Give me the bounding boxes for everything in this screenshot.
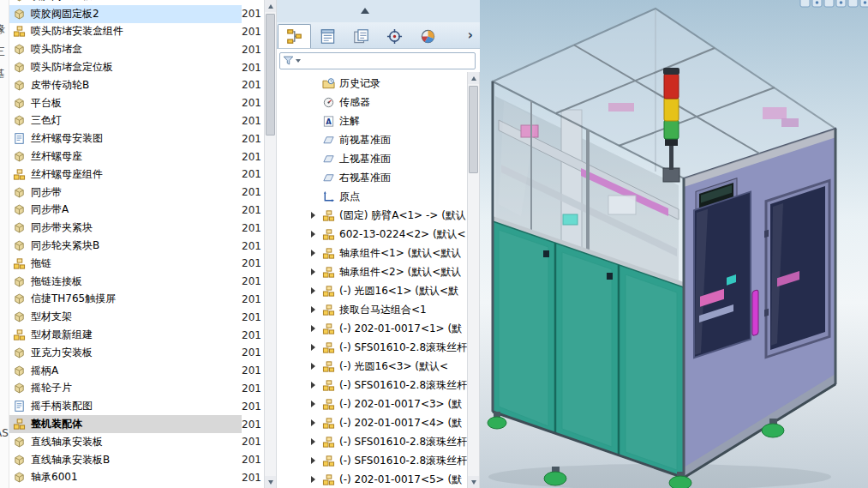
- file-row[interactable]: 亚克力安装板201: [9, 344, 264, 362]
- tree-item[interactable]: (-) 光圆16<1> (默认<默: [275, 281, 468, 300]
- file-date: 201: [242, 326, 264, 344]
- file-row[interactable]: 喷头防堵安装盒组件201: [9, 23, 264, 41]
- tree-item[interactable]: 右视基准面: [275, 168, 468, 187]
- expand-arrow[interactable]: [311, 438, 322, 445]
- file-row[interactable]: 同步带夹紧块201: [9, 219, 264, 237]
- featuremanager-tab[interactable]: [278, 24, 311, 48]
- file-date: 201: [242, 415, 264, 433]
- file-date: 201: [242, 469, 264, 487]
- tree-item[interactable]: A注解: [275, 111, 468, 130]
- tree-item[interactable]: 原点: [275, 187, 468, 206]
- file-date: 201: [242, 58, 264, 76]
- expand-arrow[interactable]: [311, 287, 322, 294]
- configurationmanager-tab[interactable]: [344, 24, 378, 48]
- tab-overflow-button[interactable]: ›: [468, 27, 473, 43]
- file-row-main: 直线轴承安装板B: [9, 451, 242, 469]
- scrollbar-thumb[interactable]: [469, 86, 478, 173]
- clipped-text-fragment: 三: [0, 45, 9, 59]
- file-row[interactable]: 信捷TH765触摸屏201: [9, 291, 264, 309]
- file-row[interactable]: 型材支架201: [9, 308, 264, 326]
- scrollbar-thumb[interactable]: [266, 14, 275, 136]
- tree-item[interactable]: 上视基准面: [275, 149, 468, 168]
- expand-arrow[interactable]: [311, 212, 322, 219]
- file-date: 201: [242, 112, 264, 130]
- file-row[interactable]: 喷胶阀固定板2201: [9, 5, 264, 23]
- file-row[interactable]: 丝杆螺母安装图201: [9, 130, 264, 148]
- file-row-main: 同步轮夹紧块B: [9, 237, 242, 255]
- up-arrow-icon: [471, 76, 476, 81]
- tree-item[interactable]: (-) SFS01610-2.8滚珠丝杆: [275, 451, 468, 470]
- expand-arrow[interactable]: [311, 250, 322, 256]
- expand-arrow[interactable]: [311, 306, 322, 313]
- file-row[interactable]: 皮带传动轮B201: [9, 76, 264, 94]
- expand-arrow[interactable]: [311, 457, 322, 464]
- file-row[interactable]: 平台板201: [9, 94, 264, 112]
- expand-arrow[interactable]: [311, 231, 322, 238]
- tree-item[interactable]: (固定) 膀臂A<1> -> (默认: [275, 206, 468, 225]
- door-handle: [752, 290, 758, 336]
- tree-item[interactable]: (-) 202-01-0017<5> (默: [275, 470, 468, 488]
- expand-arrow[interactable]: [311, 419, 322, 426]
- tree-item[interactable]: (-) SFS01610-2.8滚珠丝杆: [275, 376, 468, 395]
- plane-icon: [322, 153, 338, 166]
- tree-item[interactable]: 602-13-0224<2> (默认<: [275, 225, 468, 244]
- file-row[interactable]: 同步轮夹紧块B201: [9, 237, 264, 255]
- graphics-viewport[interactable]: [480, 0, 868, 488]
- scroll-up-button[interactable]: [468, 72, 479, 84]
- tree-item[interactable]: 轴承组件<1> (默认<默认: [275, 244, 468, 262]
- expand-arrow[interactable]: [311, 325, 322, 332]
- tree-item[interactable]: (-) 202-01-0017<1> (默: [275, 319, 468, 338]
- expand-arrow[interactable]: [311, 382, 322, 389]
- displaymanager-tab[interactable]: [411, 24, 445, 48]
- tree-item[interactable]: (-) 202-01-0017<3> (默: [275, 395, 468, 413]
- file-row[interactable]: 整机装配体201: [9, 415, 264, 433]
- panel-collapse-handle[interactable]: [361, 8, 369, 14]
- file-row[interactable]: 直线轴承安装板201: [9, 433, 264, 451]
- file-row[interactable]: 同步带A201: [9, 202, 264, 220]
- expand-arrow[interactable]: [311, 401, 322, 407]
- file-row[interactable]: 直线轴承安装板B201: [9, 451, 264, 469]
- scroll-down-button[interactable]: [468, 476, 479, 488]
- tree-item[interactable]: 前视基准面: [275, 130, 468, 149]
- tree-item-label: 原点: [338, 190, 360, 204]
- file-row[interactable]: 摇柄A201: [9, 362, 264, 380]
- file-date: 201: [242, 308, 264, 326]
- expand-arrow[interactable]: [311, 268, 322, 275]
- file-row[interactable]: 拖链201: [9, 255, 264, 273]
- scroll-down-button[interactable]: [265, 476, 276, 488]
- file-name: 摇手柄装配图: [28, 399, 242, 413]
- file-row[interactable]: 摇轮子片201: [9, 380, 264, 398]
- tree-scrollbar[interactable]: [467, 72, 480, 488]
- expand-arrow[interactable]: [311, 476, 322, 483]
- history-icon: [322, 77, 338, 90]
- file-row[interactable]: 摇手柄装配图201: [9, 397, 264, 415]
- file-row[interactable]: 三色灯201: [9, 112, 264, 130]
- file-name: 同步轮夹紧块B: [28, 238, 242, 253]
- scroll-up-button[interactable]: [265, 0, 276, 12]
- file-row-main: 喷胶阀固定板2: [9, 5, 242, 23]
- file-list-scrollbar[interactable]: [264, 0, 277, 488]
- expand-arrow[interactable]: [311, 344, 322, 351]
- dimxpert-tab[interactable]: [378, 24, 411, 48]
- tree-item[interactable]: (-) 202-01-0017<4> (默: [275, 413, 468, 432]
- part-file-icon: [13, 454, 28, 467]
- tree-item[interactable]: 接取台马达组合<1: [275, 300, 468, 319]
- file-row[interactable]: 丝杆螺母座201: [9, 148, 264, 166]
- file-row[interactable]: 拖链连接板201: [9, 273, 264, 291]
- expand-arrow[interactable]: [311, 363, 322, 370]
- tree-item[interactable]: 历史记录: [275, 74, 468, 93]
- tree-item[interactable]: (-) SFS01610-2.8滚珠丝杆: [275, 338, 468, 357]
- tree-item[interactable]: (-) 光圆16<3> (默认<: [275, 357, 468, 376]
- propertymanager-tab[interactable]: [311, 24, 344, 48]
- file-row[interactable]: 同步带201: [9, 184, 264, 202]
- file-row[interactable]: 轴承6001201: [9, 469, 264, 487]
- tree-item[interactable]: 轴承组件<2> (默认<默认: [275, 262, 468, 281]
- file-row[interactable]: 丝杆螺母座组件201: [9, 166, 264, 184]
- file-row[interactable]: 喷头防堵盒定位板201: [9, 58, 264, 76]
- file-date: 201: [242, 202, 264, 220]
- tree-item[interactable]: (-) SFS01610-2.8滚珠丝杆: [275, 432, 468, 451]
- file-row[interactable]: 型材最新组建201: [9, 326, 264, 344]
- filter-input[interactable]: [279, 52, 476, 69]
- tree-item[interactable]: 传感器: [275, 93, 468, 111]
- file-row[interactable]: 喷头防堵盒201: [9, 40, 264, 58]
